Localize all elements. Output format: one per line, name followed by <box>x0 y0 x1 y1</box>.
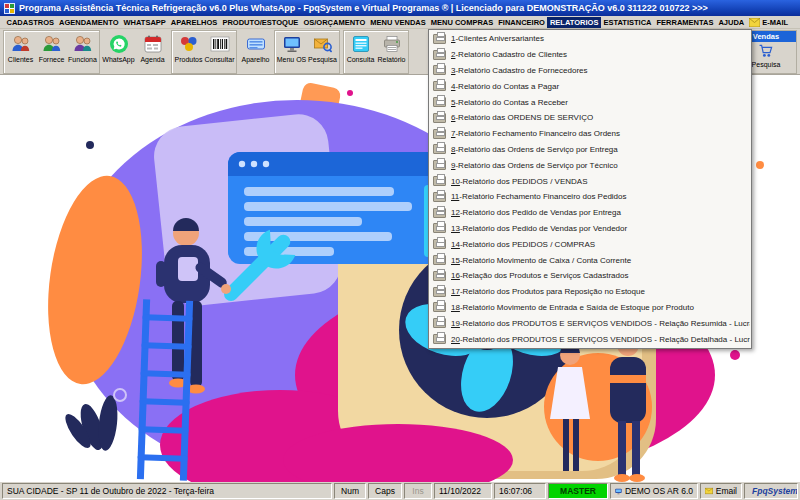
toolbar-group-os: Menu OS Pesquisa <box>274 30 340 74</box>
menu-item-label: 14-Relatório dos PEDIDOS / COMPRAS <box>451 240 595 249</box>
agenda-button[interactable]: Agenda <box>137 31 168 73</box>
status-bar: SUA CIDADE - SP 11 de Outubro de 2022 - … <box>0 482 800 500</box>
menu-item-label: 5-Relatório do Contas a Receber <box>451 98 568 107</box>
funcionarios-button[interactable]: Funciona <box>67 31 98 73</box>
menu-item-label: 3-Relatório Cadastro de Fornecedores <box>451 66 588 75</box>
report-menu-item-6[interactable]: 6-Relatório das ORDENS DE SERVIÇO <box>430 110 750 126</box>
menu-item-label: 8-Relatório das Ordens de Serviço por En… <box>451 145 618 154</box>
report-icon <box>433 255 446 265</box>
report-menu-item-20[interactable]: 20-Relatório dos PRODUTOS E SERVIÇOS VEN… <box>430 331 750 347</box>
menu-ferramentas[interactable]: FERRAMENTAS <box>654 17 716 28</box>
menu-aparelhos[interactable]: APARELHOS <box>168 17 220 28</box>
status-location: SUA CIDADE - SP 11 de Outubro de 2022 - … <box>2 483 332 499</box>
toolbar-group-cadastros: Clientes Fornece Funciona <box>3 30 100 74</box>
report-menu-item-12[interactable]: 12-Relatório dos Pedido de Vendas por En… <box>430 205 750 221</box>
toolbar-button-label: Clientes <box>8 56 33 63</box>
menu-item-label: 17-Relatório dos Produtos para Reposição… <box>451 287 645 296</box>
report-menu-item-11[interactable]: 11-Relatório Fechamento Financeiro dos P… <box>430 189 750 205</box>
report-icon <box>433 176 446 186</box>
menu-item-label: 11-Relatório Fechamento Financeiro dos P… <box>451 192 627 201</box>
status-brand-label: FpqSystem <box>752 486 798 496</box>
aparelho-button[interactable]: Aparelho <box>240 31 271 73</box>
report-menu-item-2[interactable]: 2-Relatório Cadastro de Clientes <box>430 47 750 63</box>
menu-menu-compras[interactable]: MENU COMPRAS <box>428 17 496 28</box>
report-icon <box>433 160 446 170</box>
app-icon <box>4 3 15 14</box>
menu-relatorios[interactable]: RELATORIOS <box>547 17 600 28</box>
report-menu-item-10[interactable]: 10-Relatório dos PEDIDOS / VENDAS <box>430 173 750 189</box>
report-menu-item-8[interactable]: 8-Relatório das Ordens de Serviço por En… <box>430 142 750 158</box>
report-menu-item-1[interactable]: 1-Clientes Aniversariantes <box>430 31 750 47</box>
relatorios-dropdown-menu: 1-Clientes Aniversariantes 2-Relatório C… <box>428 29 752 349</box>
menu-whatsapp[interactable]: WHATSAPP <box>121 17 168 28</box>
window-title: Programa Assistência Técnica Refrigeraçã… <box>19 3 708 13</box>
report-icon <box>433 223 446 233</box>
suppliers-icon <box>41 34 63 54</box>
menu-cadastros[interactable]: CADASTROS <box>4 17 57 28</box>
menu-financeiro[interactable]: FINANCEIRO <box>496 17 548 28</box>
status-date: 11/10/2022 <box>434 483 492 499</box>
status-brand-button[interactable]: FpqSystem <box>744 483 798 499</box>
report-menu-item-17[interactable]: 17-Relatório dos Produtos para Reposição… <box>430 284 750 300</box>
report-menu-item-16[interactable]: 16-Relação dos Produtos e Serviços Cadas… <box>430 268 750 284</box>
menu-bar: CADASTROS AGENDAMENTO WHATSAPP APARELHOS… <box>0 16 800 29</box>
report-menu-item-14[interactable]: 14-Relatório dos PEDIDOS / COMPRAS <box>430 236 750 252</box>
relatorio-button[interactable]: Relatório <box>376 31 407 73</box>
printer-icon <box>381 34 403 54</box>
report-icon <box>433 34 446 44</box>
menu-estatistica[interactable]: ESTATISTICA <box>601 17 654 28</box>
whatsapp-button[interactable]: WhatsApp <box>103 31 134 73</box>
menu-email[interactable]: E-MAIL <box>747 17 791 28</box>
menu-menu-vendas[interactable]: MENU VENDAS <box>368 17 428 28</box>
status-numlock: Num <box>334 483 366 499</box>
status-insert: Ins <box>404 483 432 499</box>
report-menu-item-9[interactable]: 9-Relatório das Ordens de Serviço por Té… <box>430 157 750 173</box>
toolbar-group-consulta: Consulta Relatório <box>343 30 409 74</box>
menu-item-label: 2-Relatório Cadastro de Clientes <box>451 50 567 59</box>
menu-item-label: 7-Relatório Fechamento Financeiro das Or… <box>451 129 620 138</box>
menu-item-label: 10-Relatório dos PEDIDOS / VENDAS <box>451 177 588 186</box>
products-icon <box>178 34 200 54</box>
pesquisa-os-button[interactable]: Pesquisa <box>307 31 338 73</box>
search-envelope-icon <box>312 34 334 54</box>
produtos-button[interactable]: Produtos <box>173 31 204 73</box>
report-icon <box>433 129 446 139</box>
report-icon <box>433 97 446 107</box>
report-menu-item-4[interactable]: 4-Relatório do Contas a Pagar <box>430 78 750 94</box>
clientes-button[interactable]: Clientes <box>5 31 36 73</box>
report-menu-item-5[interactable]: 5-Relatório do Contas a Receber <box>430 94 750 110</box>
menu-ajuda[interactable]: AJUDA <box>716 17 747 28</box>
report-icon <box>433 113 446 123</box>
menu-os-button[interactable]: Menu OS <box>276 31 307 73</box>
envelope-icon <box>749 18 760 27</box>
fornecedores-button[interactable]: Fornece <box>36 31 67 73</box>
report-icon <box>433 192 446 202</box>
report-menu-item-18[interactable]: 18-Relatório Movimento de Entrada e Saíd… <box>430 300 750 316</box>
report-menu-item-3[interactable]: 3-Relatório Cadastro de Fornecedores <box>430 63 750 79</box>
menu-item-label: 19-Relatório dos PRODUTOS E SERVIÇOS VEN… <box>451 319 750 328</box>
menu-produto-estoque[interactable]: PRODUTO/ESTOQUE <box>220 17 301 28</box>
title-bar: Programa Assistência Técnica Refrigeraçã… <box>0 0 800 16</box>
device-icon <box>245 34 267 54</box>
status-time: 16:07:06 <box>494 483 546 499</box>
pesquisa-vendas-button[interactable]: Pesquisa <box>751 42 782 72</box>
report-menu-item-19[interactable]: 19-Relatório dos PRODUTOS E SERVIÇOS VEN… <box>430 315 750 331</box>
menu-agendamento[interactable]: AGENDAMENTO <box>57 17 121 28</box>
report-menu-item-13[interactable]: 13-Relatório dos Pedido de Vendas por Ve… <box>430 221 750 237</box>
report-icon <box>433 208 446 218</box>
consultar-button[interactable]: Consultar <box>204 31 235 73</box>
clients-icon <box>10 34 32 54</box>
menu-item-label: 1-Clientes Aniversariantes <box>451 34 544 43</box>
report-menu-item-15[interactable]: 15-Relatório Movimento de Caixa / Conta … <box>430 252 750 268</box>
envelope-icon <box>705 487 713 495</box>
menu-item-label: 18-Relatório Movimento de Entrada e Saíd… <box>451 303 694 312</box>
status-email-button[interactable]: Email <box>700 483 742 499</box>
plant <box>61 394 120 452</box>
report-menu-item-7[interactable]: 7-Relatório Fechamento Financeiro das Or… <box>430 126 750 142</box>
toolbar-button-label: Pesquisa <box>308 56 337 63</box>
toolbar-button-label: WhatsApp <box>102 56 134 63</box>
menu-os-orcamento[interactable]: OS/ORÇAMENTO <box>301 17 368 28</box>
calendar-icon <box>142 34 164 54</box>
consulta-button[interactable]: Consulta <box>345 31 376 73</box>
menu-item-label: 13-Relatório dos Pedido de Vendas por Ve… <box>451 224 627 233</box>
